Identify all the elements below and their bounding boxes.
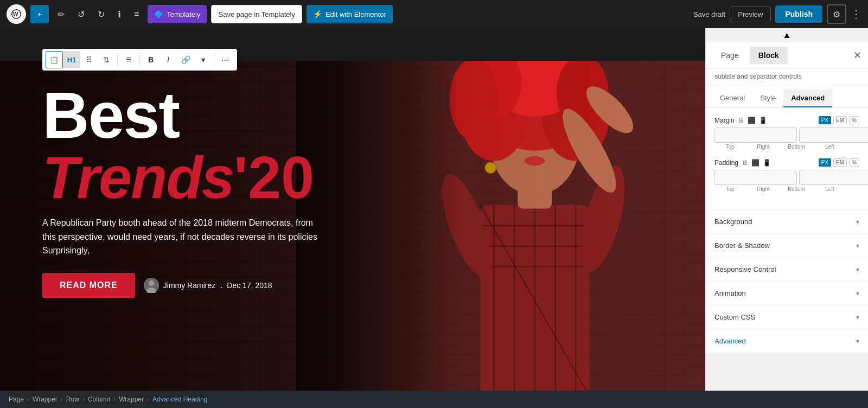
redo-button[interactable]: ↻ <box>93 5 109 23</box>
svg-point-35 <box>149 280 154 286</box>
close-panel-button[interactable]: ✕ <box>853 50 861 60</box>
margin-top-label: Top <box>714 144 745 150</box>
accordion-responsive: Responsive Control ▾ <box>706 258 868 281</box>
margin-unit-group: PX EM % <box>819 116 859 124</box>
floating-toolbar: 📋 H1 ⠿ ⇅ ≡ B I 🔗 ▾ ⋯ <box>42 49 237 71</box>
breadcrumb-wrapper1[interactable]: Wrapper <box>33 396 58 403</box>
accordion-responsive-header[interactable]: Responsive Control ▾ <box>706 258 868 281</box>
author-dot: . <box>220 279 222 291</box>
padding-bottom-label: Bottom <box>781 186 812 192</box>
controls-section: Margin 🖥 ⬛ 📱 PX EM % 🔗 <box>706 107 868 209</box>
canvas-area: 📋 H1 ⠿ ⇅ ≡ B I 🔗 ▾ ⋯ <box>0 28 705 391</box>
breadcrumb-advanced-heading[interactable]: Advanced Heading <box>152 396 207 403</box>
padding-device-tablet[interactable]: ⬛ <box>751 159 760 167</box>
accordion-advanced-header[interactable]: Advanced ▾ <box>706 329 868 353</box>
publish-button[interactable]: Publish <box>775 5 822 23</box>
padding-unit-pct[interactable]: % <box>849 158 859 167</box>
margin-unit-pct[interactable]: % <box>849 116 859 124</box>
accordion-animation: Animation ▾ <box>706 282 868 305</box>
accordion-animation-title: Animation <box>714 289 746 297</box>
info-button[interactable]: ℹ <box>113 5 125 23</box>
padding-device-mobile[interactable]: 📱 <box>763 159 771 167</box>
margin-bottom-label: Bottom <box>781 144 812 150</box>
main-layout: 📋 H1 ⠿ ⇅ ≡ B I 🔗 ▾ ⋯ <box>0 28 868 391</box>
edit-elementor-button[interactable]: ⚡ Edit with Elementor <box>307 5 393 23</box>
accordion-sections: Background ▾ Border & Shadow ▾ Responsiv… <box>706 209 868 353</box>
margin-device-desktop[interactable]: 🖥 <box>738 117 744 124</box>
margin-label: Margin <box>714 117 735 124</box>
padding-label-row: Padding 🖥 ⬛ 📱 PX EM % <box>714 158 859 167</box>
accordion-border-shadow-header[interactable]: Border & Shadow ▾ <box>706 234 868 257</box>
hero-title-trends: Trends <box>42 148 234 207</box>
pencil-icon[interactable]: ✏ <box>53 5 69 23</box>
grid-button[interactable]: ⠿ <box>80 51 98 68</box>
margin-control: Margin 🖥 ⬛ 📱 PX EM % 🔗 <box>714 116 859 150</box>
breadcrumb-wrapper2[interactable]: Wrapper <box>119 396 144 403</box>
topbar-right: Save draft Preview Publish ⚙ ⋮ <box>693 4 861 24</box>
accordion-custom-css-chevron: ▾ <box>856 314 859 321</box>
move-button[interactable]: ⇅ <box>98 51 115 68</box>
padding-top-input[interactable] <box>714 170 797 185</box>
author-date: Dec 17, 2018 <box>227 281 272 290</box>
elementor-icon: ⚡ <box>313 10 322 18</box>
author-info: Jimmy Ramirez . Dec 17, 2018 <box>144 278 272 293</box>
breadcrumb-column[interactable]: Column <box>88 396 110 403</box>
templately-button[interactable]: 🔷 Templately <box>148 5 207 23</box>
breadcrumb-page[interactable]: Page <box>9 396 24 403</box>
undo-button[interactable]: ↺ <box>73 5 89 23</box>
right-panel: ▲ Page Block ✕ subtitle and separator co… <box>705 28 868 391</box>
padding-right-input[interactable] <box>799 170 868 185</box>
tab-block[interactable]: Block <box>750 47 788 64</box>
inner-tabs: General Style Advanced <box>706 85 868 107</box>
align-button[interactable]: ≡ <box>120 51 137 68</box>
breadcrumb-row[interactable]: Row <box>66 396 79 403</box>
accordion-background-header[interactable]: Background ▾ <box>706 210 868 233</box>
more-formats-button[interactable]: ▾ <box>194 51 212 68</box>
preview-button[interactable]: Preview <box>730 7 771 22</box>
block-type-button[interactable]: 📋 <box>46 51 63 68</box>
accordion-background-title: Background <box>714 218 752 226</box>
svg-text:W: W <box>13 11 18 17</box>
accordion-border-shadow-chevron: ▾ <box>856 242 859 250</box>
padding-unit-px[interactable]: PX <box>819 158 831 167</box>
accordion-animation-chevron: ▾ <box>856 290 859 297</box>
more-toolbar-button[interactable]: ⋯ <box>216 51 234 68</box>
margin-device-tablet[interactable]: ⬛ <box>748 117 756 124</box>
tab-general[interactable]: General <box>712 90 752 107</box>
author-name: Jimmy Ramirez <box>163 281 215 290</box>
add-button[interactable]: + <box>30 5 49 23</box>
heading-button[interactable]: H1 <box>63 51 80 68</box>
hero-section: Best Trends '20 A Republican Party booth… <box>0 61 705 391</box>
margin-top-input[interactable] <box>714 127 797 143</box>
accordion-background: Background ▾ <box>706 210 868 233</box>
accordion-animation-header[interactable]: Animation ▾ <box>706 282 868 305</box>
tab-style[interactable]: Style <box>752 90 783 107</box>
padding-device-desktop[interactable]: 🖥 <box>742 159 748 167</box>
settings-button[interactable]: ⚙ <box>827 4 846 24</box>
padding-unit-em[interactable]: EM <box>833 158 847 167</box>
padding-right-label: Right <box>748 186 778 192</box>
margin-device-mobile[interactable]: 📱 <box>759 117 767 124</box>
italic-button[interactable]: I <box>159 51 177 68</box>
bold-button[interactable]: B <box>142 51 159 68</box>
wp-logo[interactable]: W <box>7 4 26 24</box>
tab-advanced[interactable]: Advanced <box>783 90 832 107</box>
margin-right-input[interactable] <box>799 127 868 143</box>
save-draft-button[interactable]: Save draft <box>693 10 725 18</box>
accordion-custom-css-header[interactable]: Custom CSS ▾ <box>706 305 868 329</box>
accordion-advanced: Advanced ▾ <box>706 329 868 353</box>
list-button[interactable]: ≡ <box>130 5 143 23</box>
hero-text-block: Best Trends '20 A Republican Party booth… <box>42 82 324 298</box>
margin-unit-px[interactable]: PX <box>819 116 831 124</box>
tab-page[interactable]: Page <box>712 47 748 64</box>
save-templately-button[interactable]: Save page in Templately <box>211 5 302 23</box>
accordion-background-chevron: ▾ <box>856 218 859 226</box>
scroll-up-indicator[interactable]: ▲ <box>706 28 868 42</box>
margin-unit-em[interactable]: EM <box>833 116 847 124</box>
read-more-button[interactable]: Read More <box>42 273 135 298</box>
hero-title-best: Best <box>42 82 324 148</box>
more-options-button[interactable]: ⋮ <box>851 8 861 21</box>
author-avatar <box>144 278 159 293</box>
link-button[interactable]: 🔗 <box>177 51 194 68</box>
padding-control: Padding 🖥 ⬛ 📱 PX EM % 🔗 <box>714 158 859 192</box>
